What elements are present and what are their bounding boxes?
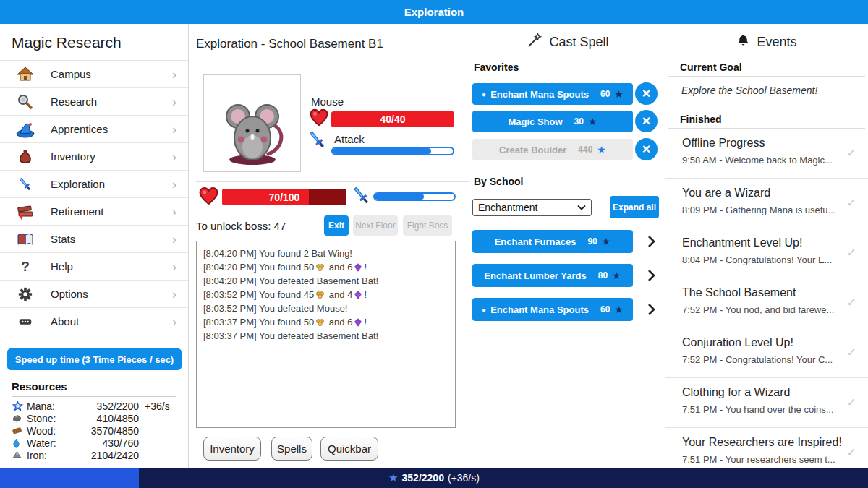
sidebar-item-stats[interactable]: Stats ›	[0, 226, 188, 253]
chevron-right-icon	[647, 235, 655, 248]
mana-star-icon: ★	[597, 144, 606, 155]
spell-button[interactable]: Enchant Lumber Yards 80 ★	[472, 264, 633, 287]
check-icon: ✓	[847, 445, 856, 459]
check-icon: ✓	[847, 196, 856, 210]
event-card[interactable]: Enchantment Level Up! 8:04 PM - Congratu…	[665, 228, 868, 278]
school-select[interactable]: Enchantment	[472, 199, 592, 216]
expand-all-button[interactable]: Expand all	[610, 196, 659, 218]
event-card[interactable]: The School Basement 7:52 PM - You nod, a…	[665, 278, 868, 328]
resource-value: 410/4850	[97, 413, 139, 424]
spell-cost: 80	[598, 270, 608, 281]
divider	[668, 76, 865, 77]
resource-name: Iron:	[27, 450, 47, 461]
mana-star-icon: ★	[614, 88, 624, 100]
sidebar-item-campus[interactable]: Campus ›	[0, 61, 188, 88]
resource-row-mana: Mana: 352/2200 +36/s	[12, 400, 176, 412]
resource-name: Water:	[27, 437, 56, 449]
player-hp-text: 70/100	[222, 189, 346, 205]
sidebar-item-label: About	[51, 315, 79, 328]
gear-icon	[16, 286, 35, 303]
coins-icon	[315, 317, 326, 328]
spell-expand-chevron[interactable]	[642, 264, 660, 287]
events-header: Events	[665, 33, 868, 51]
remove-favorite-button[interactable]: ×	[635, 110, 658, 132]
spell-expand-chevron[interactable]	[642, 298, 660, 321]
heart-icon	[308, 108, 330, 131]
sidebar-item-retirement[interactable]: Retirement ›	[0, 198, 188, 226]
check-icon: ✓	[847, 296, 856, 309]
spell-cost: 30	[574, 116, 584, 127]
next-floor-button[interactable]: Next Floor	[353, 215, 398, 236]
resource-value: 352/2200	[97, 401, 139, 412]
spell-button[interactable]: ● Enchant Mana Spouts 60 ★	[472, 298, 633, 321]
sidebar-item-exploration[interactable]: Exploration ›	[0, 171, 188, 198]
sidebar-item-research[interactable]: Research ›	[0, 88, 188, 116]
event-card[interactable]: Your Researchers are Inspired! 7:51 PM -…	[665, 428, 868, 468]
event-card[interactable]: Conjuration Level Up! 7:52 PM - Congratu…	[665, 328, 868, 378]
exit-button[interactable]: Exit	[324, 215, 349, 236]
spell-cost: 440	[578, 145, 592, 155]
by-school-title: By School	[474, 176, 523, 187]
inventory-tab-button[interactable]: Inventory	[203, 437, 261, 461]
chevron-right-icon	[647, 303, 655, 316]
events-title: Events	[757, 35, 796, 50]
check-icon: ✓	[847, 246, 856, 260]
sidebar-item-options[interactable]: Options ›	[0, 281, 188, 308]
favorites-title: Favorites	[474, 61, 519, 73]
fight-boss-button[interactable]: Fight Boss	[403, 215, 452, 236]
resource-name: Mana:	[27, 401, 55, 412]
speed-up-time-button[interactable]: Speed up time (3 Time Pieces / sec)	[7, 348, 182, 370]
sidebar-item-help[interactable]: ? Help ›	[0, 253, 188, 281]
enemy-attack-bar	[331, 147, 454, 155]
event-card[interactable]: Clothing for a Wizard 7:51 PM - You hand…	[665, 378, 868, 428]
dagger-icon	[307, 129, 328, 154]
spell-cost: 90	[587, 236, 597, 247]
event-title: The School Basement	[682, 286, 796, 299]
sidebar-item-label: Options	[51, 288, 88, 300]
mana-progress-label: ★ 352/2200 (+36/s)	[0, 468, 868, 488]
wand-icon	[527, 33, 542, 52]
spell-expand-chevron[interactable]	[642, 230, 660, 253]
sidebar-item-label: Help	[51, 260, 73, 273]
favorite-spell-button[interactable]: ● Enchant Mana Spouts 60 ★	[472, 83, 633, 105]
resource-row-water: Water: 430/760	[12, 437, 176, 449]
spells-tab-button[interactable]: Spells	[271, 437, 312, 461]
check-icon: ✓	[847, 346, 856, 359]
event-title: You are a Wizard	[682, 187, 770, 200]
favorite-spell-button[interactable]: Magic Show 30 ★	[472, 111, 633, 132]
chevron-right-icon	[647, 269, 655, 282]
exploration-title: Exploration - School Basement B1	[196, 37, 383, 51]
spell-cost: 60	[600, 89, 610, 99]
sidebar-item-about[interactable]: About ›	[0, 308, 188, 335]
enemy-attack-label: Attack	[334, 133, 365, 145]
app-title: Magic Research	[0, 24, 188, 61]
resource-value: 2104/2420	[91, 450, 139, 461]
combat-log[interactable]: [8:04:20 PM] You found 2 Bat Wing! [8:04…	[196, 241, 456, 428]
sidebar-item-apprentices[interactable]: Apprentices ›	[0, 116, 188, 143]
boss-unlock-text: To unlock boss: 47	[196, 220, 286, 232]
log-line: [8:03:52 PM] You defeated Mouse!	[203, 301, 448, 315]
remove-favorite-button[interactable]: ×	[635, 138, 658, 160]
event-card[interactable]: You are a Wizard 8:09 PM - Gathering Man…	[665, 179, 868, 228]
finished-title: Finished	[680, 114, 722, 125]
sidebar-item-label: Research	[51, 95, 97, 108]
top-bar: Exploration	[0, 0, 868, 24]
resource-value: 3570/4850	[91, 425, 139, 437]
mana-star-icon: ★	[588, 116, 597, 127]
remove-favorite-button[interactable]: ×	[635, 82, 658, 105]
favorite-spell-button-disabled[interactable]: Create Boulder 440 ★	[472, 139, 633, 160]
event-subtitle: 7:51 PM - You hand over the coins...	[682, 404, 834, 415]
spell-button[interactable]: Enchant Furnaces 90 ★	[472, 230, 633, 253]
event-subtitle: 8:09 PM - Gathering Mana is usefu...	[682, 205, 835, 215]
sidebar-item-inventory[interactable]: Inventory ›	[0, 143, 188, 171]
mana-star-icon: ★	[602, 236, 611, 247]
check-icon: ✓	[847, 146, 856, 160]
chevron-right-icon: ›	[172, 288, 176, 301]
chevron-right-icon: ›	[172, 233, 176, 246]
quickbar-tab-button[interactable]: Quickbar	[320, 437, 378, 461]
resources-title: Resources	[12, 380, 176, 397]
gem-icon	[353, 262, 363, 273]
exploration-panel: Exploration - School Basement B1	[189, 24, 470, 468]
event-card[interactable]: Offline Progress 9:58 AM - Welcome back …	[665, 129, 868, 179]
chevron-right-icon: ›	[172, 205, 176, 218]
